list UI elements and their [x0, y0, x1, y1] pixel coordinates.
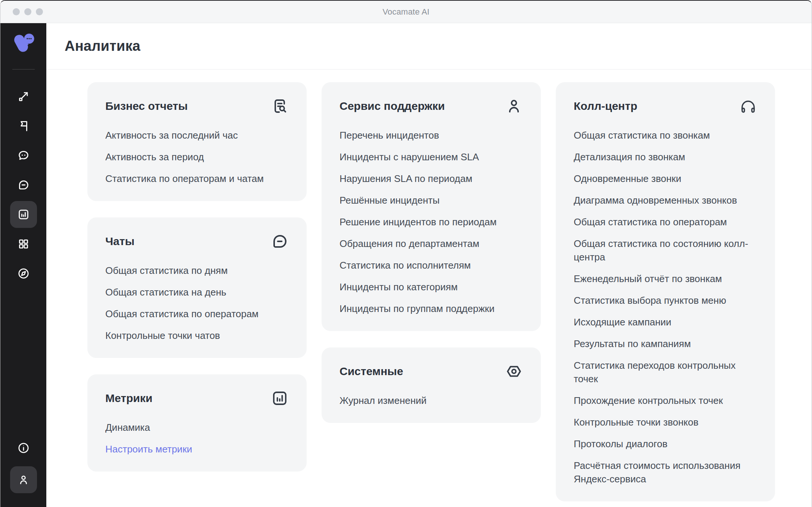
content: Бизнес отчеты Активность за последний ча…	[46, 69, 812, 501]
card-item[interactable]: Общая статистика по звонкам	[574, 129, 757, 142]
sidebar-nav-bottom	[10, 435, 37, 493]
page-header: Аналитика	[46, 23, 812, 69]
bar-chart-square-icon	[271, 389, 289, 407]
page-title: Аналитика	[65, 38, 140, 54]
card-items: Общая статистика по днямОбщая статистика…	[105, 264, 289, 342]
card-column: Бизнес отчеты Активность за последний ча…	[87, 82, 307, 472]
card-title: Сервис поддержки	[340, 99, 445, 114]
sidebar-item-compass[interactable]	[10, 260, 37, 287]
card-header: Метрики	[105, 391, 289, 407]
close-window-button[interactable]	[13, 8, 20, 15]
grid-icon	[17, 238, 30, 250]
card-call-center: Колл-центр Общая статистика по звонкамДе…	[556, 82, 775, 501]
card-items: Общая статистика по звонкамДетализация п…	[574, 129, 757, 486]
card-item[interactable]: Нарушения SLA по периодам	[340, 172, 523, 185]
card-header: Бизнес отчеты	[105, 99, 289, 115]
card-item[interactable]: Статистика по операторам и чатам	[105, 172, 289, 185]
sidebar-nav	[10, 83, 37, 287]
card-item[interactable]: Инциденты по категориям	[340, 280, 523, 294]
card-item[interactable]: Статистика по исполнителям	[340, 259, 523, 272]
sidebar-item-user[interactable]	[10, 466, 37, 493]
headphones-icon	[739, 97, 757, 115]
card-header: Системные	[340, 364, 523, 380]
card-item[interactable]: Прохождение контрольных точек	[574, 394, 757, 407]
card-item[interactable]: Активность за период	[105, 150, 289, 164]
card-title: Метрики	[105, 391, 152, 406]
card-item[interactable]: Расчётная стоимость использования Яндекс…	[574, 459, 757, 486]
nut-icon	[505, 362, 523, 380]
card-item[interactable]: Общая статистика по операторам	[574, 215, 757, 229]
person-icon	[505, 97, 523, 115]
window-titlebar: Vocamate AI	[0, 1, 812, 23]
window-title: Vocamate AI	[382, 7, 430, 17]
sidebar-item-info[interactable]	[10, 435, 37, 461]
info-icon	[17, 442, 30, 454]
card-item[interactable]: Активность за последний час	[105, 129, 289, 142]
sidebar-item-grid[interactable]	[10, 231, 37, 257]
card-business-reports: Бизнес отчеты Активность за последний ча…	[87, 82, 307, 201]
vocamate-logo	[11, 32, 36, 56]
card-system: Системные Журнал изменений	[322, 347, 541, 423]
chat-dash-icon	[17, 179, 30, 191]
card-items: Активность за последний часАктивность за…	[105, 129, 289, 185]
compass-icon	[17, 267, 30, 280]
card-item[interactable]: Результаты по кампаниям	[574, 337, 757, 350]
card-items: Перечень инцидентовИнциденты с нарушение…	[340, 129, 523, 315]
minimize-window-button[interactable]	[24, 8, 31, 15]
card-support-service: Сервис поддержки Перечень инцидентовИнци…	[322, 82, 541, 331]
card-item[interactable]: Общая статистика по операторам	[105, 307, 289, 321]
card-title: Чаты	[105, 234, 134, 249]
card-item[interactable]: Решённые инциденты	[340, 194, 523, 207]
card-item[interactable]: Обращения по департаментам	[340, 237, 523, 250]
expand-arrow-icon	[17, 90, 30, 103]
bar-chart-icon	[17, 208, 30, 221]
user-icon	[17, 473, 30, 486]
card-item[interactable]: Общая статистика по состоянию колл-центр…	[574, 237, 757, 264]
sidebar-item-chat-dash[interactable]	[10, 171, 37, 198]
document-search-icon	[271, 97, 289, 115]
card-items: ДинамикаНастроить метрики	[105, 421, 289, 456]
card-item[interactable]: Статистика переходов контрольных точек	[574, 359, 757, 386]
card-title: Бизнес отчеты	[105, 99, 188, 114]
card-items: Журнал изменений	[340, 394, 523, 407]
card-item[interactable]: Перечень инцидентов	[340, 129, 523, 142]
card-item[interactable]: Общая статистика по дням	[105, 264, 289, 277]
card-header: Чаты	[105, 234, 289, 250]
sidebar-item-bar-chart[interactable]	[10, 201, 37, 228]
card-item[interactable]: Решение инцидентов по периодам	[340, 215, 523, 229]
chat-dots-icon	[17, 149, 30, 162]
card-title: Системные	[340, 364, 403, 379]
card-item[interactable]: Еженедельный отчёт по звонкам	[574, 272, 757, 285]
card-item[interactable]: Диаграмма одновременных звонков	[574, 194, 757, 207]
card-item[interactable]: Инциденты по группам поддержки	[340, 302, 523, 315]
sidebar-item-flag[interactable]	[10, 112, 37, 139]
card-item[interactable]: Общая статистика на день	[105, 285, 289, 299]
card-item[interactable]: Статистика выбора пунктов меню	[574, 294, 757, 307]
card-item[interactable]: Контрольные точки звонков	[574, 415, 757, 429]
card-column: Сервис поддержки Перечень инцидентовИнци…	[322, 82, 541, 423]
traffic-lights	[13, 1, 43, 23]
card-title: Колл-центр	[574, 99, 637, 114]
sidebar-item-chat-dots[interactable]	[10, 142, 37, 169]
card-item[interactable]: Одновременные звонки	[574, 172, 757, 185]
flag-icon	[17, 120, 30, 132]
card-item[interactable]: Журнал изменений	[340, 394, 523, 407]
card-item-link[interactable]: Настроить метрики	[105, 442, 289, 456]
app-window: Vocamate AI Аналитика	[0, 0, 812, 507]
card-header: Сервис поддержки	[340, 99, 523, 115]
card-header: Колл-центр	[574, 99, 757, 115]
card-item[interactable]: Исходящие кампании	[574, 315, 757, 329]
card-item[interactable]: Динамика	[105, 421, 289, 434]
card-item[interactable]: Инциденты с нарушением SLA	[340, 150, 523, 164]
card-chats: Чаты Общая статистика по днямОбщая стати…	[87, 217, 307, 358]
card-item[interactable]: Протоколы диалогов	[574, 437, 757, 451]
sidebar-item-expand-arrow[interactable]	[10, 83, 37, 110]
zoom-window-button[interactable]	[36, 8, 43, 15]
card-item[interactable]: Контрольные точки чатов	[105, 329, 289, 342]
card-item[interactable]: Детализация по звонкам	[574, 150, 757, 164]
chat-dash-icon	[271, 232, 289, 250]
card-metrics: Метрики ДинамикаНастроить метрики	[87, 374, 307, 472]
sidebar	[0, 23, 46, 507]
card-column: Колл-центр Общая статистика по звонкамДе…	[556, 82, 775, 501]
sidebar-divider	[12, 69, 35, 69]
